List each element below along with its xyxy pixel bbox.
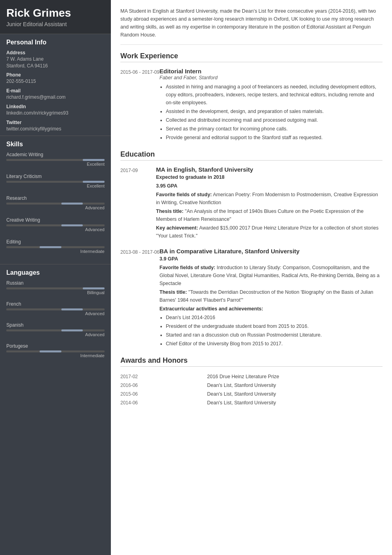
skill-level: Excellent	[6, 162, 105, 166]
skills-section: Skills Academic Writing Excellent Litera…	[0, 136, 111, 264]
education-heading: Education	[120, 150, 382, 161]
awards-list: 2017-02 2016 Drue Heinz Literature Prize…	[120, 372, 382, 407]
awards-table: 2017-02 2016 Drue Heinz Literature Prize…	[120, 372, 382, 407]
award-row: 2016-06 Dean's List, Stanford University	[120, 381, 382, 390]
language-bar-fill	[6, 329, 105, 331]
skill-bar-accent	[61, 203, 83, 205]
education-entry: 2017-09 MA in English, Stanford Universi…	[120, 166, 382, 241]
phone-value: 202-555-0115	[6, 78, 105, 85]
skill-bar-fill	[6, 203, 105, 205]
sidebar: Rick Grimes Junior Editorial Assistant P…	[0, 0, 111, 555]
extracurricular-item: Dean's List 2014-2016	[166, 314, 382, 322]
skill-name: Academic Writing	[6, 152, 105, 157]
work-experience-section: Work Experience 2015-06 - 2017-09 Editor…	[120, 52, 382, 142]
language-name: Spanish	[6, 322, 105, 328]
edu-extracurricular-label: Extracurricular activities and achieveme…	[160, 305, 382, 313]
language-item: Spanish Advanced	[6, 322, 105, 337]
award-description: Dean's List, Stanford University	[207, 390, 382, 398]
work-content: Editorial Intern Faber and Faber, Stanfo…	[160, 68, 382, 142]
edu-gpa: 3.9 GPA	[160, 255, 382, 263]
education-entries: 2017-09 MA in English, Stanford Universi…	[120, 166, 382, 348]
skills-heading: Skills	[6, 141, 105, 148]
linkedin-value: linkedin.com/in/rickygrimes93	[6, 110, 105, 117]
skill-level: Intermediate	[6, 249, 105, 254]
award-description: Dean's List, Stanford University	[207, 381, 382, 390]
candidate-job-title: Junior Editorial Assistant	[6, 21, 105, 27]
skill-item: Research Advanced	[6, 195, 105, 210]
address-line1: 7 W. Adams Lane	[6, 56, 105, 63]
edu-content: MA in English, Stanford UniversityExpect…	[156, 166, 382, 241]
address-label: Address	[6, 50, 105, 56]
edu-date: 2013-08 - 2017-06	[120, 248, 160, 348]
award-date: 2015-06	[120, 390, 207, 398]
skill-name: Editing	[6, 239, 105, 245]
language-bar	[6, 350, 105, 352]
skill-bar-fill	[6, 224, 105, 226]
language-item: French Advanced	[6, 301, 105, 316]
skill-level: Advanced	[6, 227, 105, 232]
skill-bar	[6, 224, 105, 226]
language-bar-accent	[61, 329, 83, 331]
edu-title: MA in English, Stanford University	[156, 166, 382, 173]
work-date: 2015-06 - 2017-09	[120, 68, 160, 142]
edu-fields: Favorite fields of study: Introduction t…	[160, 264, 382, 287]
address-line2: Stanford, CA 94116	[6, 63, 105, 69]
work-subtitle: Faber and Faber, Stanford	[160, 75, 382, 80]
edu-thesis: Thesis title: "An Analysis of the Impact…	[156, 207, 382, 223]
languages-list: Russian Billingual French Advanced Spani…	[6, 280, 105, 358]
languages-section: Languages Russian Billingual French Adva…	[0, 264, 111, 367]
award-date: 2016-06	[120, 381, 207, 390]
skill-item: Academic Writing Excellent	[6, 152, 105, 166]
skill-item: Editing Intermediate	[6, 239, 105, 254]
skill-bar	[6, 159, 105, 161]
linkedin-label: LinkedIn	[6, 104, 105, 109]
edu-fields: Favorite fields of study: American Poetr…	[156, 191, 382, 207]
awards-section: Awards and Honors 2017-02 2016 Drue Hein…	[120, 356, 382, 407]
education-section: Education 2017-09 MA in English, Stanfor…	[120, 150, 382, 348]
skill-item: Creative Writing Advanced	[6, 217, 105, 232]
skill-bar	[6, 181, 105, 183]
language-name: Russian	[6, 280, 105, 286]
skill-item: Literary Criticism Excellent	[6, 174, 105, 188]
language-bar	[6, 329, 105, 331]
language-level: Billingual	[6, 290, 105, 295]
work-experience-heading: Work Experience	[120, 52, 382, 62]
extracurricular-item: Started and ran a discussion club on Rus…	[166, 331, 382, 339]
language-bar	[6, 287, 105, 289]
awards-heading: Awards and Honors	[120, 356, 382, 367]
skill-bar-accent	[40, 246, 61, 248]
skill-bar-accent	[83, 181, 105, 183]
extracurricular-list: Dean's List 2014-2016President of the un…	[166, 314, 382, 348]
language-bar-accent	[83, 287, 105, 289]
work-title: Editorial Intern	[160, 68, 382, 75]
edu-gpa: 3.95 GPA	[156, 182, 382, 190]
education-entry: 2013-08 - 2017-06 BA in Comparative Lita…	[120, 248, 382, 348]
work-bullets: Assisted in hiring and managing a pool o…	[166, 83, 382, 142]
email-label: E-mail	[6, 88, 105, 94]
language-bar-accent	[40, 350, 61, 352]
personal-info-section: Personal Info Address 7 W. Adams Lane St…	[0, 34, 111, 136]
award-row: 2017-02 2016 Drue Heinz Literature Prize	[120, 372, 382, 381]
language-name: French	[6, 301, 105, 307]
extracurricular-item: Chief Editor of the University Blog from…	[166, 340, 382, 348]
language-item: Russian Billingual	[6, 280, 105, 295]
language-bar	[6, 308, 105, 310]
skill-name: Creative Writing	[6, 217, 105, 223]
work-entries: 2015-06 - 2017-09 Editorial Intern Faber…	[120, 68, 382, 142]
twitter-label: Twitter	[6, 120, 105, 125]
skills-list: Academic Writing Excellent Literary Crit…	[6, 152, 105, 254]
skill-bar	[6, 246, 105, 248]
edu-content: BA in Comparative Litarature, Stanford U…	[160, 248, 382, 348]
work-bullet: Provide general and editorial support to…	[166, 134, 382, 142]
skill-level: Advanced	[6, 205, 105, 210]
award-row: 2014-06 Dean's List, Stanford University	[120, 398, 382, 407]
edu-title: BA in Comparative Litarature, Stanford U…	[160, 248, 382, 255]
award-description: Dean's List, Stanford University	[207, 398, 382, 407]
skill-bar-accent	[61, 224, 83, 226]
skill-bar-accent	[83, 159, 105, 161]
edu-achievement: Key achievement: Awarded $15,000 2017 Dr…	[156, 224, 382, 240]
language-name: Portugese	[6, 343, 105, 349]
language-item: Portugese Intermediate	[6, 343, 105, 358]
sidebar-header: Rick Grimes Junior Editorial Assistant	[0, 0, 111, 34]
award-date: 2017-02	[120, 372, 207, 381]
